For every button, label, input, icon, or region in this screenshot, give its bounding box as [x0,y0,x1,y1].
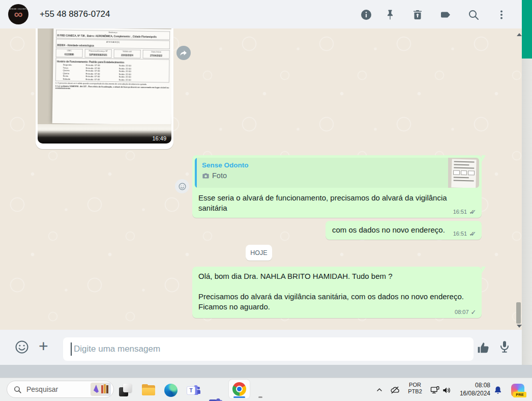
chrome-icon-active[interactable] [229,380,250,398]
outgoing-message[interactable]: com os dados no novo endereço. 16:51 ✓✓ [326,221,482,240]
tray-time: 08:08 [445,381,490,389]
composer-bar: + Digite uma mensagem [0,330,522,365]
notification-bell-icon[interactable] [493,385,503,397]
delivered-ticks-icon: ✓✓ [469,230,477,238]
quill-icon [94,385,99,393]
camera-icon [202,172,210,180]
language-bottom: PTB2 [405,388,425,395]
teams-classic-icon[interactable]: T [187,384,200,397]
incoming-photo-message[interactable]: Endereço R FREI CANECA, Nº 736 , Bairro:… [36,28,173,149]
message-text: Esse seria o alvará de funcionamento, pr… [198,193,476,213]
tray-chevron-up-icon[interactable] [375,386,383,396]
background-window-gray-strip [522,59,532,365]
message-list: Endereço R FREI CANECA, Nº 736 , Bairro:… [0,28,522,330]
doc-activity: 863004 - Atividade odontológica [57,43,94,47]
pin-icon[interactable] [384,9,396,21]
chrome-logo [232,382,246,396]
delivered-ticks-icon: ✓✓ [469,208,477,216]
emoji-icon[interactable] [14,339,29,355]
message-time: 16:51 [453,231,467,237]
doc-field-1: 6133886 [65,53,74,56]
teams-new-icon[interactable]: T [209,397,222,401]
doc-address: R FREI CANECA, Nº 736 , Bairro: AGRONÔMI… [57,34,157,38]
outgoing-message[interactable]: Olá, bom dia Dra. NAHLA BRITO HAMIDAH. T… [192,267,482,318]
react-emoji-button[interactable] [175,179,189,193]
search-icon[interactable] [467,9,480,21]
delete-icon[interactable] [411,9,424,21]
doc-form-label: Endereço [57,31,169,35]
sent-tick-icon: ✓ [471,308,477,316]
scrollbar-down-arrow[interactable] [517,325,522,328]
doc-field-3: 22/03/2024 [121,54,133,57]
network-icon[interactable] [430,385,440,397]
quote-sender-name: Sense Odonto [202,161,443,169]
edge-icon[interactable] [164,384,178,397]
attach-plus-icon[interactable]: + [39,336,48,356]
clock-date[interactable]: 08:08 16/08/2024 [445,381,490,397]
doc-field-2: S/P066508/2021 [89,53,107,56]
screen: SENSE ODONTO ∞ +55 48 8876-0724 [0,0,532,401]
search-placeholder: Pesquisar [26,385,91,393]
doc-field-4: 27/04/2022 [150,54,162,58]
doc-note-2: 3. Lei ordinária 1224/1974 - Art.127 - P… [55,84,169,91]
document-paper: Endereço R FREI CANECA, Nº 736 , Bairro:… [52,28,171,125]
mic-icon[interactable] [497,339,512,354]
file-explorer-icon[interactable] [142,384,155,397]
menu-kebab-icon[interactable] [495,9,508,21]
copilot-preview-badge: PRE [513,392,526,397]
quoted-photo-thumbnail [448,158,479,188]
label-icon[interactable] [439,9,452,21]
quote-media-label: Foto [212,171,227,180]
search-highlight-image[interactable] [91,383,111,396]
language-indicator[interactable]: POR PTB2 [405,381,425,395]
scrollbar-up-arrow[interactable] [517,33,522,36]
chat-header: SENSE ODONTO ∞ +55 48 8876-0724 [0,0,522,28]
desktop-background-strip [0,365,532,378]
message-time: 08:07 [455,309,469,315]
message-text-line1: Olá, bom dia Dra. NAHLA BRITO HAMIDAH. T… [198,271,477,281]
quoted-message[interactable]: Sense Odonto Foto [195,158,479,188]
doc-section-label: ATIVIDADE(S) [57,40,168,44]
onedrive-paused-icon[interactable] [390,385,400,397]
photo-attachment[interactable]: Endereço R FREI CANECA, Nº 736 , Bairro:… [38,28,171,144]
language-top: POR [405,382,425,388]
search-icon [13,385,22,394]
scrollbar-thumb[interactable] [516,302,521,324]
chat-title-phone[interactable]: +55 48 8876-0724 [40,0,110,28]
taskbar: Pesquisar T T ✂ [0,378,532,401]
message-time: 16:49 [152,135,166,141]
infinity-logo-icon: ∞ [8,7,28,21]
overlapping-squares-app-icon[interactable] [119,384,132,397]
forward-button[interactable] [176,46,191,60]
bubble-tail [482,155,486,162]
outgoing-message-with-quote[interactable]: Sense Odonto Foto Esse seria o alvará de… [192,155,482,218]
info-icon[interactable] [360,9,372,21]
message-input[interactable]: Digite uma mensagem [63,337,474,361]
tray-date: 16/08/2024 [445,389,490,397]
input-placeholder: Digite uma mensagem [74,337,160,361]
message-time: 16:51 [453,209,467,215]
chrome-active-indicator [233,396,245,398]
background-window-teal-strip [522,0,532,59]
contact-avatar[interactable]: SENSE ODONTO ∞ [8,4,28,24]
thumbs-up-icon[interactable] [476,340,491,355]
taskbar-search[interactable]: Pesquisar [7,381,114,398]
message-text-line2: Precisamos do alvará da vigilância sanit… [198,292,477,312]
text-caret [71,342,72,356]
date-divider: HOJE [246,245,272,261]
snipping-running-indicator [258,396,262,398]
bubble-tail [482,267,486,273]
message-text: com os dados no novo endereço. [332,225,445,235]
